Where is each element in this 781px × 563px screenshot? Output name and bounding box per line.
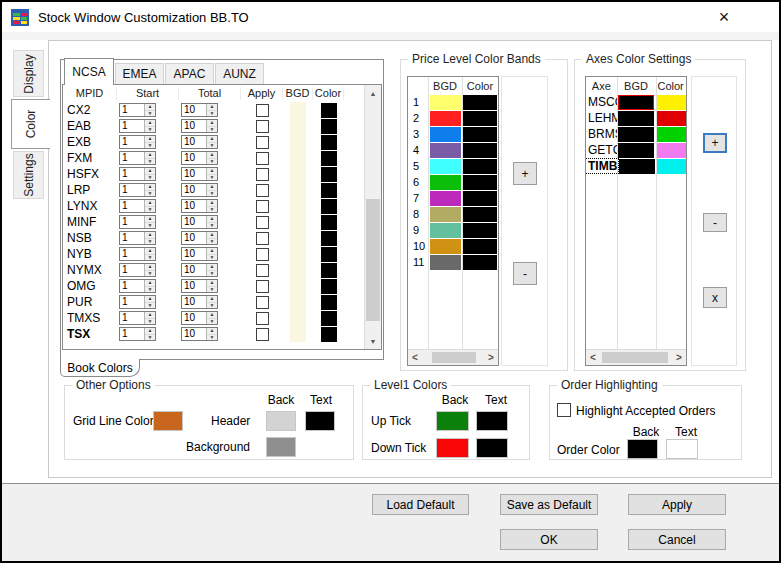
start-spinner[interactable]: 1▲▼ [119, 119, 156, 133]
total-spinner[interactable]: 10▲▼ [181, 295, 218, 309]
apply-checkbox[interactable] [256, 136, 269, 149]
band-bgd-swatch[interactable] [430, 95, 461, 110]
apply-checkbox[interactable] [256, 152, 269, 165]
total-spinner[interactable]: 10▲▼ [181, 215, 218, 229]
save-as-default-button[interactable]: Save as Default [500, 494, 598, 515]
spinner-down-icon[interactable]: ▼ [145, 303, 155, 309]
total-spinner[interactable]: 10▲▼ [181, 327, 218, 341]
total-spinner[interactable]: 10▲▼ [181, 151, 218, 165]
color-swatch[interactable] [321, 215, 337, 230]
color-swatch[interactable] [321, 103, 337, 118]
order-text-swatch[interactable] [666, 439, 698, 459]
spinner-down-icon[interactable]: ▼ [145, 319, 155, 325]
spinner-down-icon[interactable]: ▼ [207, 239, 217, 245]
cancel-button[interactable]: Cancel [628, 529, 726, 550]
total-spinner[interactable]: 10▲▼ [181, 247, 218, 261]
band-color-swatch[interactable] [463, 127, 497, 142]
band-color-swatch[interactable] [463, 191, 497, 206]
total-spinner[interactable]: 10▲▼ [181, 119, 218, 133]
axe-bgd-swatch[interactable] [618, 111, 654, 126]
spinner-down-icon[interactable]: ▼ [207, 335, 217, 341]
scroll-up-icon[interactable]: ▲ [365, 85, 381, 101]
vertical-scrollbar[interactable]: ▲ ▼ [364, 85, 381, 349]
apply-checkbox[interactable] [256, 296, 269, 309]
band-bgd-swatch[interactable] [430, 159, 461, 174]
color-swatch[interactable] [321, 327, 337, 342]
apply-checkbox[interactable] [256, 312, 269, 325]
band-color-swatch[interactable] [463, 255, 497, 270]
axe-color-swatch[interactable] [656, 111, 686, 126]
bgd-swatch[interactable] [290, 230, 306, 246]
band-color-swatch[interactable] [463, 223, 497, 238]
axe-bgd-swatch[interactable] [618, 95, 654, 110]
down-tick-back-swatch[interactable] [436, 438, 469, 458]
spinner-down-icon[interactable]: ▼ [207, 223, 217, 229]
down-tick-text-swatch[interactable] [476, 438, 508, 458]
color-swatch[interactable] [321, 263, 337, 278]
start-spinner[interactable]: 1▲▼ [119, 327, 156, 341]
start-spinner[interactable]: 1▲▼ [119, 151, 156, 165]
band-bgd-swatch[interactable] [430, 255, 461, 270]
bgd-swatch[interactable] [290, 278, 306, 294]
color-swatch[interactable] [321, 135, 337, 150]
bgd-swatch[interactable] [290, 262, 306, 278]
apply-checkbox[interactable] [256, 264, 269, 277]
spinner-down-icon[interactable]: ▼ [145, 271, 155, 277]
up-tick-back-swatch[interactable] [436, 411, 469, 431]
band-bgd-swatch[interactable] [430, 207, 461, 222]
spinner-down-icon[interactable]: ▼ [207, 319, 217, 325]
bgd-swatch[interactable] [290, 118, 306, 134]
spinner-down-icon[interactable]: ▼ [145, 159, 155, 165]
spinner-down-icon[interactable]: ▼ [145, 175, 155, 181]
tab-emea[interactable]: EMEA [115, 63, 164, 85]
start-spinner[interactable]: 1▲▼ [119, 215, 156, 229]
remove-band-button[interactable]: - [513, 262, 537, 285]
add-axe-button[interactable]: + [703, 133, 727, 153]
tab-display[interactable]: Display [13, 50, 44, 97]
start-spinner[interactable]: 1▲▼ [119, 167, 156, 181]
scrollbar-thumb[interactable] [432, 352, 476, 363]
add-band-button[interactable]: + [513, 162, 537, 185]
start-spinner[interactable]: 1▲▼ [119, 183, 156, 197]
total-spinner[interactable]: 10▲▼ [181, 103, 218, 117]
spinner-down-icon[interactable]: ▼ [145, 191, 155, 197]
scroll-down-icon[interactable]: ▼ [365, 333, 381, 349]
background-swatch[interactable] [266, 437, 296, 457]
ok-button[interactable]: OK [500, 529, 598, 550]
band-color-swatch[interactable] [463, 111, 497, 126]
start-spinner[interactable]: 1▲▼ [119, 263, 156, 277]
apply-checkbox[interactable] [256, 232, 269, 245]
horizontal-scrollbar[interactable]: < > [586, 349, 686, 365]
axe-bgd-swatch[interactable] [618, 143, 654, 158]
color-swatch[interactable] [321, 183, 337, 198]
total-spinner[interactable]: 10▲▼ [181, 199, 218, 213]
bgd-swatch[interactable] [290, 150, 306, 166]
axe-label[interactable]: TIMB [586, 159, 618, 173]
color-swatch[interactable] [321, 247, 337, 262]
spinner-down-icon[interactable]: ▼ [145, 287, 155, 293]
apply-checkbox[interactable] [256, 184, 269, 197]
start-spinner[interactable]: 1▲▼ [119, 103, 156, 117]
axe-color-swatch[interactable] [656, 127, 686, 142]
color-swatch[interactable] [321, 151, 337, 166]
color-swatch[interactable] [321, 119, 337, 134]
spinner-down-icon[interactable]: ▼ [145, 143, 155, 149]
band-bgd-swatch[interactable] [430, 239, 461, 254]
grid-line-color-swatch[interactable] [153, 411, 183, 431]
tab-aunz[interactable]: AUNZ [215, 63, 264, 85]
axe-label[interactable]: LEHM [586, 111, 617, 125]
horizontal-scrollbar[interactable]: < > [408, 349, 498, 365]
total-spinner[interactable]: 10▲▼ [181, 135, 218, 149]
axe-label[interactable]: MSCO [586, 95, 617, 109]
start-spinner[interactable]: 1▲▼ [119, 231, 156, 245]
start-spinner[interactable]: 1▲▼ [119, 279, 156, 293]
apply-checkbox[interactable] [256, 120, 269, 133]
band-color-swatch[interactable] [463, 175, 497, 190]
bgd-swatch[interactable] [290, 134, 306, 150]
header-text-swatch[interactable] [305, 411, 335, 431]
spinner-down-icon[interactable]: ▼ [207, 159, 217, 165]
scroll-right-icon[interactable]: > [672, 350, 686, 365]
scroll-right-icon[interactable]: > [484, 350, 498, 365]
apply-checkbox[interactable] [256, 104, 269, 117]
header-back-swatch[interactable] [266, 411, 296, 431]
